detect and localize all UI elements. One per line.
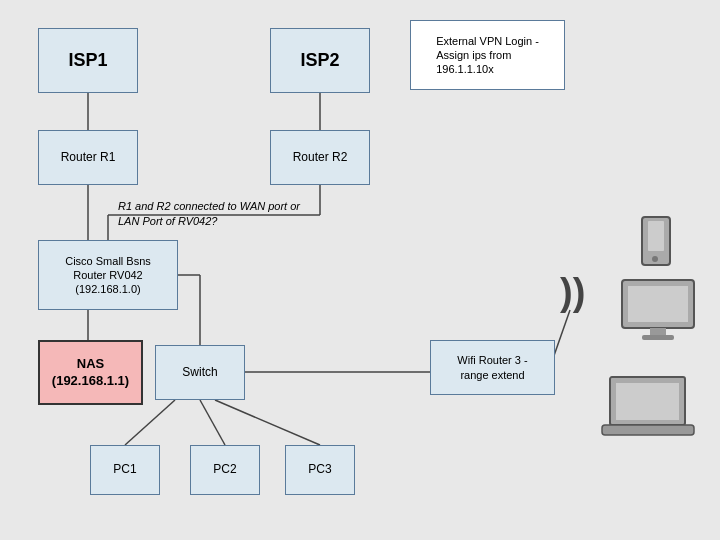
svg-text:)): )) xyxy=(560,271,585,313)
diagram: ISP1 ISP2 External VPN Login -Assign ips… xyxy=(0,0,720,540)
nas-label: NAS(192.168.1.1) xyxy=(52,356,129,390)
svg-rect-16 xyxy=(648,221,664,251)
router-r2-label: Router R2 xyxy=(293,150,348,166)
svg-line-11 xyxy=(215,400,320,445)
wifi-router-label: Wifi Router 3 -range extend xyxy=(457,353,527,382)
switch-node: Switch xyxy=(155,345,245,400)
router-r1-node: Router R1 xyxy=(38,130,138,185)
cisco-label: Cisco Small BsnsRouter RV042(192.168.1.0… xyxy=(65,254,151,297)
pc2-label: PC2 xyxy=(213,462,236,478)
svg-rect-19 xyxy=(628,286,688,322)
router-r1-label: Router R1 xyxy=(61,150,116,166)
monitor-icon xyxy=(620,278,700,343)
isp1-node: ISP1 xyxy=(38,28,138,93)
svg-rect-21 xyxy=(642,335,674,340)
pc1-label: PC1 xyxy=(113,462,136,478)
isp1-label: ISP1 xyxy=(68,49,107,72)
wan-note-label: R1 and R2 connected to WAN port orLAN Po… xyxy=(118,199,300,230)
svg-line-9 xyxy=(125,400,175,445)
wan-note: R1 and R2 connected to WAN port orLAN Po… xyxy=(118,193,363,235)
vpn-note-label: External VPN Login -Assign ips from196.1… xyxy=(436,34,539,77)
pc1-node: PC1 xyxy=(90,445,160,495)
laptop-icon xyxy=(600,375,700,440)
cisco-router-node: Cisco Small BsnsRouter RV042(192.168.1.0… xyxy=(38,240,178,310)
switch-label: Switch xyxy=(182,365,217,381)
pc2-node: PC2 xyxy=(190,445,260,495)
svg-point-17 xyxy=(652,256,658,262)
nas-node: NAS(192.168.1.1) xyxy=(38,340,143,405)
router-r2-node: Router R2 xyxy=(270,130,370,185)
isp2-node: ISP2 xyxy=(270,28,370,93)
svg-rect-23 xyxy=(616,383,679,420)
svg-line-10 xyxy=(200,400,225,445)
pc3-node: PC3 xyxy=(285,445,355,495)
wifi-icon: )) xyxy=(555,260,605,320)
wifi-router-node: Wifi Router 3 -range extend xyxy=(430,340,555,395)
phone-icon xyxy=(640,215,672,267)
vpn-note-node: External VPN Login -Assign ips from196.1… xyxy=(410,20,565,90)
pc3-label: PC3 xyxy=(308,462,331,478)
svg-rect-20 xyxy=(650,328,666,336)
isp2-label: ISP2 xyxy=(300,49,339,72)
svg-rect-24 xyxy=(602,425,694,435)
